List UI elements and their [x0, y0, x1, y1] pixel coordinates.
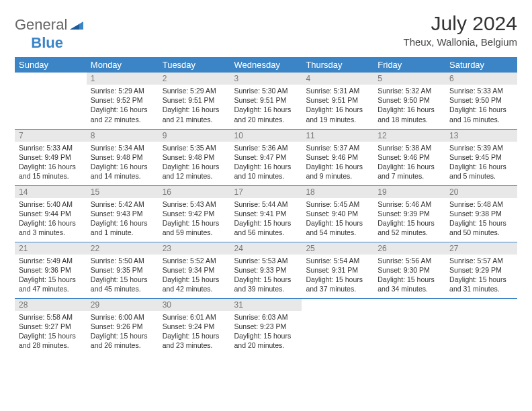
day-details: Sunrise: 5:45 AMSunset: 9:40 PMDaylight:… — [302, 198, 373, 240]
sunrise-line: Sunrise: 5:34 AM — [91, 144, 144, 152]
day-details: Sunrise: 5:30 AMSunset: 9:51 PMDaylight:… — [230, 85, 302, 127]
daylight-line: Daylight: 16 hours and 3 minutes. — [19, 219, 76, 236]
weekday-header: Wednesday — [230, 57, 302, 73]
day-details: Sunrise: 5:38 AMSunset: 9:46 PMDaylight:… — [373, 142, 445, 184]
day-number: 11 — [302, 130, 373, 142]
sunrise-line: Sunrise: 5:54 AM — [306, 257, 359, 265]
day-number: 2 — [159, 73, 230, 85]
title-block: July 2024 Theux, Wallonia, Belgium — [403, 12, 517, 48]
daylight-line: Daylight: 15 hours and 23 minutes. — [163, 332, 220, 349]
calendar-cell: 8Sunrise: 5:34 AMSunset: 9:48 PMDaylight… — [87, 129, 159, 185]
sunset-line: Sunset: 9:51 PM — [163, 96, 215, 104]
day-details: Sunrise: 5:49 AMSunset: 9:36 PMDaylight:… — [15, 255, 87, 297]
day-number: 16 — [159, 186, 230, 198]
day-details: Sunrise: 5:44 AMSunset: 9:41 PMDaylight:… — [230, 198, 302, 240]
day-details: Sunrise: 5:34 AMSunset: 9:48 PMDaylight:… — [87, 142, 159, 184]
sunset-line: Sunset: 9:51 PM — [306, 96, 358, 104]
sunset-line: Sunset: 9:50 PM — [449, 96, 502, 104]
sunrise-line: Sunrise: 5:43 AM — [163, 200, 216, 208]
triangle-icon — [70, 16, 83, 34]
sunset-line: Sunset: 9:36 PM — [19, 266, 71, 274]
day-details: Sunrise: 5:33 AMSunset: 9:50 PMDaylight:… — [445, 85, 517, 127]
daylight-line: Daylight: 15 hours and 37 minutes. — [306, 275, 363, 293]
weekday-header: Friday — [373, 57, 445, 73]
daylight-line: Daylight: 16 hours and 16 minutes. — [449, 105, 506, 123]
daylight-line: Daylight: 15 hours and 28 minutes. — [19, 332, 76, 349]
sunset-line: Sunset: 9:52 PM — [91, 96, 143, 104]
calendar-cell: 5Sunrise: 5:32 AMSunset: 9:50 PMDaylight… — [373, 73, 445, 129]
sunset-line: Sunset: 9:33 PM — [234, 266, 287, 274]
daylight-line: Daylight: 16 hours and 20 minutes. — [234, 105, 292, 123]
calendar-cell — [302, 298, 373, 355]
calendar-cell: 19Sunrise: 5:46 AMSunset: 9:39 PMDayligh… — [373, 185, 445, 242]
day-number: 9 — [159, 130, 230, 142]
logo-text-general: General — [15, 16, 67, 34]
calendar-cell: 15Sunrise: 5:42 AMSunset: 9:43 PMDayligh… — [87, 185, 159, 242]
calendar-cell — [445, 298, 517, 355]
calendar-cell: 3Sunrise: 5:30 AMSunset: 9:51 PMDaylight… — [230, 73, 302, 129]
sunset-line: Sunset: 9:27 PM — [19, 322, 71, 330]
calendar-cell: 26Sunrise: 5:56 AMSunset: 9:30 PMDayligh… — [373, 242, 445, 298]
daylight-line: Daylight: 15 hours and 56 minutes. — [234, 219, 292, 236]
sunrise-line: Sunrise: 5:45 AM — [306, 200, 359, 208]
daylight-line: Daylight: 15 hours and 52 minutes. — [378, 219, 435, 236]
sunrise-line: Sunrise: 5:48 AM — [449, 200, 503, 208]
weekday-header: Monday — [87, 57, 159, 73]
sunrise-line: Sunrise: 5:44 AM — [234, 200, 288, 208]
day-number: 25 — [302, 242, 373, 255]
daylight-line: Daylight: 16 hours and 18 minutes. — [378, 105, 435, 123]
sunset-line: Sunset: 9:48 PM — [163, 153, 215, 161]
day-details: Sunrise: 5:29 AMSunset: 9:52 PMDaylight:… — [87, 85, 159, 127]
sunrise-line: Sunrise: 5:36 AM — [234, 144, 288, 152]
day-number: 7 — [15, 130, 87, 142]
day-details: Sunrise: 5:52 AMSunset: 9:34 PMDaylight:… — [159, 255, 230, 297]
day-details: Sunrise: 5:46 AMSunset: 9:39 PMDaylight:… — [373, 198, 445, 240]
day-number: 6 — [445, 73, 517, 85]
calendar-cell: 30Sunrise: 6:01 AMSunset: 9:24 PMDayligh… — [159, 298, 230, 355]
calendar-cell: 14Sunrise: 5:40 AMSunset: 9:44 PMDayligh… — [15, 185, 87, 242]
calendar-cell: 1Sunrise: 5:29 AMSunset: 9:52 PMDaylight… — [87, 73, 159, 129]
sunset-line: Sunset: 9:46 PM — [306, 153, 358, 161]
day-number: 21 — [15, 242, 87, 255]
calendar-head: SundayMondayTuesdayWednesdayThursdayFrid… — [15, 57, 517, 73]
sunrise-line: Sunrise: 5:50 AM — [91, 257, 144, 265]
daylight-line: Daylight: 15 hours and 34 minutes. — [378, 275, 435, 293]
daylight-line: Daylight: 16 hours and 10 minutes. — [234, 163, 292, 180]
weekday-header: Thursday — [302, 57, 373, 73]
sunrise-line: Sunrise: 5:53 AM — [234, 257, 288, 265]
sunset-line: Sunset: 9:43 PM — [91, 210, 143, 218]
sunrise-line: Sunrise: 5:52 AM — [163, 257, 216, 265]
day-number: 26 — [373, 242, 445, 255]
calendar-cell: 29Sunrise: 6:00 AMSunset: 9:26 PMDayligh… — [87, 298, 159, 355]
sunrise-line: Sunrise: 5:40 AM — [19, 200, 73, 208]
weekday-header: Tuesday — [159, 57, 230, 73]
sunset-line: Sunset: 9:26 PM — [91, 322, 143, 330]
daylight-line: Daylight: 15 hours and 42 minutes. — [163, 275, 220, 293]
sunrise-line: Sunrise: 5:58 AM — [19, 313, 73, 321]
sunrise-line: Sunrise: 6:00 AM — [91, 313, 144, 321]
sunset-line: Sunset: 9:50 PM — [378, 96, 430, 104]
calendar-cell: 2Sunrise: 5:29 AMSunset: 9:51 PMDaylight… — [159, 73, 230, 129]
sunrise-line: Sunrise: 5:46 AM — [378, 200, 431, 208]
month-year-title: July 2024 — [403, 12, 517, 35]
calendar-cell: 7Sunrise: 5:33 AMSunset: 9:49 PMDaylight… — [15, 129, 87, 185]
daylight-line: Daylight: 16 hours and 22 minutes. — [91, 105, 148, 123]
sunrise-line: Sunrise: 6:01 AM — [163, 313, 216, 321]
sunset-line: Sunset: 9:31 PM — [306, 266, 358, 274]
day-number: 17 — [230, 186, 302, 198]
sunset-line: Sunset: 9:48 PM — [91, 153, 143, 161]
sunset-line: Sunset: 9:30 PM — [378, 266, 430, 274]
day-details: Sunrise: 5:57 AMSunset: 9:29 PMDaylight:… — [445, 255, 517, 297]
daylight-line: Daylight: 15 hours and 31 minutes. — [449, 275, 506, 293]
day-number: 20 — [445, 186, 517, 198]
calendar-cell: 9Sunrise: 5:35 AMSunset: 9:48 PMDaylight… — [159, 129, 230, 185]
day-details: Sunrise: 5:50 AMSunset: 9:35 PMDaylight:… — [87, 255, 159, 297]
day-number: 27 — [445, 242, 517, 255]
daylight-line: Daylight: 15 hours and 47 minutes. — [19, 275, 76, 293]
day-details: Sunrise: 5:37 AMSunset: 9:46 PMDaylight:… — [302, 142, 373, 184]
sunrise-line: Sunrise: 5:35 AM — [163, 144, 216, 152]
day-number: 24 — [230, 242, 302, 255]
day-number: 19 — [373, 186, 445, 198]
calendar-cell: 10Sunrise: 5:36 AMSunset: 9:47 PMDayligh… — [230, 129, 302, 185]
sunrise-line: Sunrise: 5:33 AM — [19, 144, 73, 152]
